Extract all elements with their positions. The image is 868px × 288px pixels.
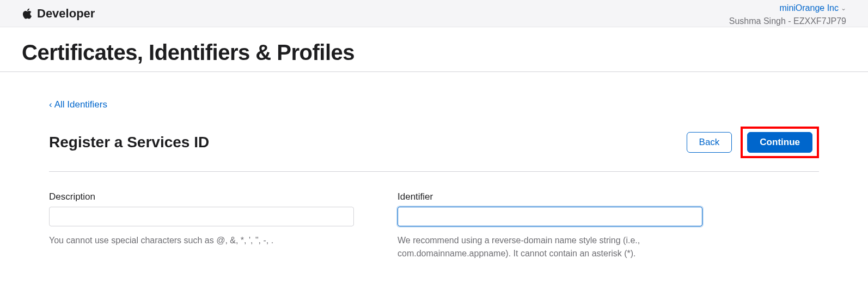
- brand[interactable]: Developer: [22, 0, 95, 21]
- back-link-label: All Identifiers: [54, 99, 107, 110]
- page-title: Certificates, Identifiers & Profiles: [22, 40, 846, 65]
- back-button[interactable]: Back: [687, 132, 732, 153]
- sub-title: Register a Services ID: [49, 134, 209, 151]
- identifier-hint: We recommend using a reverse-domain name…: [398, 234, 702, 260]
- description-input[interactable]: [49, 207, 354, 226]
- brand-text: Developer: [37, 7, 95, 21]
- description-hint: You cannot use special characters such a…: [49, 234, 354, 247]
- description-group: Description You cannot use special chara…: [49, 191, 354, 260]
- button-row: Back Continue: [687, 127, 819, 158]
- identifier-input[interactable]: [398, 207, 702, 226]
- top-bar: Developer miniOrange Inc ⌄ Sushma Singh …: [0, 0, 868, 27]
- form-row: Description You cannot use special chara…: [49, 191, 819, 260]
- identifier-group: Identifier We recommend using a reverse-…: [398, 191, 702, 260]
- user-id-label: Sushma Singh - EZXXF7JP79: [729, 15, 846, 27]
- continue-highlight: Continue: [741, 127, 819, 158]
- page-title-section: Certificates, Identifiers & Profiles: [0, 27, 868, 72]
- chevron-left-icon: ‹: [49, 99, 52, 110]
- chevron-down-icon: ⌄: [841, 4, 846, 13]
- team-name-label: miniOrange Inc: [780, 2, 839, 14]
- continue-button[interactable]: Continue: [747, 132, 812, 153]
- all-identifiers-link[interactable]: ‹ All Identifiers: [49, 99, 107, 110]
- description-label: Description: [49, 191, 354, 202]
- content: ‹ All Identifiers Register a Services ID…: [0, 72, 868, 260]
- team-selector[interactable]: miniOrange Inc ⌄: [780, 2, 847, 14]
- sub-header: Register a Services ID Back Continue: [49, 127, 819, 172]
- identifier-label: Identifier: [398, 191, 702, 202]
- account-info: miniOrange Inc ⌄ Sushma Singh - EZXXF7JP…: [729, 0, 846, 28]
- apple-logo-icon: [22, 7, 33, 20]
